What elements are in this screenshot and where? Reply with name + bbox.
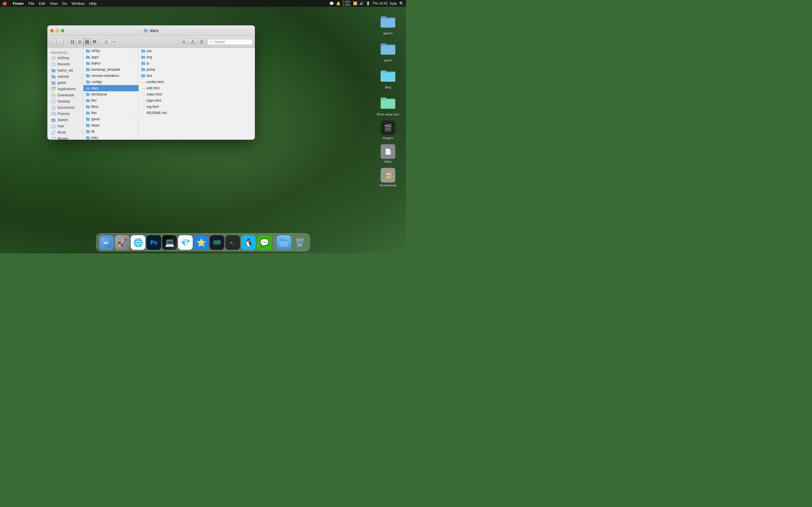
group-dropdown[interactable]: ▾ — [112, 39, 116, 45]
other-stack-icon: 📄 — [385, 148, 392, 155]
file-row-apps[interactable]: apps › — [84, 54, 139, 60]
file-row-ideas[interactable]: ideas › — [84, 122, 139, 128]
desktop-icon-rime[interactable]: Rime setup mac — [376, 93, 400, 117]
list-view-button[interactable] — [76, 39, 84, 45]
music-icon — [51, 130, 56, 135]
dock-item-photoshop[interactable]: Ps — [147, 235, 161, 250]
icon-view-button[interactable] — [69, 39, 76, 45]
file-row-film[interactable]: film › — [84, 98, 139, 104]
search-box[interactable] — [207, 39, 253, 45]
file-row-links[interactable]: links › — [84, 135, 139, 140]
dock-item-intellij[interactable]: 💻 — [162, 235, 177, 250]
file-row-baihui[interactable]: baihui › — [84, 60, 139, 66]
sidebar-item-game[interactable]: game — [49, 80, 82, 86]
file-row-login[interactable]: HTML login.html — [139, 98, 255, 104]
file-row-img[interactable]: img › — [139, 54, 255, 60]
file-row-chrome[interactable]: chrome-extentions › — [84, 73, 139, 79]
desktop-icon-screenshots[interactable]: 🖼️ Screenshots — [378, 167, 398, 188]
file-row-diary[interactable]: diary › — [84, 85, 139, 91]
file-row-cookie[interactable]: HTML cookie.html — [139, 79, 255, 85]
network-speed: 0 kB/s0 kB/s — [343, 0, 351, 6]
menubar-go[interactable]: Go — [62, 1, 67, 6]
dock-item-chrome[interactable]: 🌐 — [131, 235, 146, 250]
file-row-portal[interactable]: portal › — [139, 66, 255, 73]
apple-menu[interactable]: 🍎 — [2, 1, 7, 6]
file-row-test[interactable]: test › — [139, 73, 255, 79]
gallery-view-button[interactable] — [91, 39, 98, 45]
file-flex-arrow: › — [135, 112, 136, 114]
desktop-icon-blog[interactable]: Blog — [378, 65, 398, 90]
file-row-game[interactable]: game › — [84, 116, 139, 122]
launchpad-icon: 🚀 — [115, 235, 130, 250]
dock-item-sketch[interactable]: 💎 — [178, 235, 193, 250]
dock-item-wechat[interactable]: 💬 — [257, 235, 272, 250]
sidebar-item-desktop[interactable]: Desktop — [49, 98, 82, 105]
file-row-index[interactable]: HTML index.html — [139, 91, 255, 98]
dock-item-finder[interactable] — [99, 235, 114, 250]
dock-item-terminal[interactable]: >_ — [225, 235, 240, 250]
column-view-button[interactable] — [84, 39, 91, 45]
menubar-help[interactable]: Help — [89, 1, 97, 6]
sidebar-item-downloads[interactable]: Downloads — [49, 92, 82, 98]
minimize-button[interactable] — [56, 29, 59, 33]
file-row-readme[interactable]: MD README.md — [139, 110, 255, 116]
sidebar-item-music[interactable]: Music — [49, 129, 82, 135]
tag-button[interactable] — [198, 39, 206, 45]
search-input[interactable] — [214, 40, 250, 44]
file-row-lib[interactable]: lib › — [84, 128, 139, 135]
file-row-dontstarve[interactable]: dontstarve › — [84, 91, 139, 98]
share-button[interactable] — [189, 39, 197, 45]
file-ideas-arrow: › — [135, 124, 136, 127]
file-row-js[interactable]: js › — [139, 60, 255, 66]
menubar-app-name[interactable]: Finder — [13, 1, 24, 6]
desktop-icon-screenshots-label: Screenshots — [379, 184, 397, 187]
sidebar-item-applications[interactable]: Applications — [49, 86, 82, 92]
menubar-edit[interactable]: Edit — [39, 1, 45, 6]
menubar-file[interactable]: File — [29, 1, 35, 6]
sidebar-item-airdrop[interactable]: AirDrop — [49, 55, 82, 61]
dock-separator — [274, 236, 274, 249]
file-row-flex[interactable]: flex › — [84, 110, 139, 116]
back-button[interactable]: ‹ — [50, 39, 56, 45]
sidebar-item-baihui-old[interactable]: baihui_old — [49, 67, 82, 73]
dock-item-iterm[interactable]: ⌨ — [210, 235, 224, 250]
desktop-icon-game[interactable]: game — [378, 38, 398, 63]
settings-button[interactable] — [180, 39, 188, 45]
sidebar-item-website[interactable]: website — [49, 73, 82, 80]
maximize-button[interactable] — [61, 29, 64, 33]
dock-item-files[interactable] — [276, 235, 291, 250]
desktop-icon-game1[interactable]: game1 — [378, 11, 398, 36]
desktop-icon-images[interactable]: 🎬 Images — [379, 119, 396, 141]
desktop-icon-other[interactable]: 📄 Other — [379, 143, 396, 165]
forward-button[interactable]: › — [57, 39, 64, 45]
dock-item-qq[interactable]: 🐧 — [241, 235, 256, 250]
file-row-reg[interactable]: HTML reg.html — [139, 104, 255, 110]
dock-item-launchpad[interactable]: 🚀 — [115, 235, 130, 250]
file-row-films[interactable]: films › — [84, 104, 139, 110]
close-button[interactable] — [50, 29, 54, 33]
sidebar-item-movies[interactable]: Movies — [49, 135, 82, 140]
sidebar-item-recents[interactable]: Recents — [49, 61, 82, 67]
file-row-apns[interactable]: APNs › — [84, 48, 139, 54]
sidebar-item-pictures[interactable]: Pictures — [49, 111, 82, 117]
dock-item-anki[interactable]: ⭐ — [194, 235, 209, 250]
file-diary-arrow: › — [135, 87, 136, 90]
file-row-bootstrap[interactable]: bootstrap_template › — [84, 66, 139, 73]
sidebar-item-kyle[interactable]: Kyle — [49, 123, 82, 129]
sidebar-item-sketch[interactable]: Sketch — [49, 117, 82, 123]
desktop-icon-blog-label: Blog — [385, 86, 391, 89]
menubar-view[interactable]: View — [50, 1, 57, 6]
dock-item-trash[interactable]: 🗑️ — [292, 235, 307, 250]
desktop-icon-sidebar — [51, 99, 56, 104]
user-name[interactable]: Kyle — [390, 1, 397, 6]
group-button[interactable] — [101, 39, 112, 45]
file-row-css[interactable]: css › — [139, 48, 255, 54]
search-icon[interactable]: 🔍 — [399, 1, 404, 6]
sidebar-item-documents[interactable]: Documents — [49, 105, 82, 111]
file-row-edit[interactable]: HTML edit.html — [139, 85, 255, 91]
file-row-configs[interactable]: configs › — [84, 79, 139, 85]
svg-rect-1 — [73, 40, 74, 42]
website-folder-icon — [51, 74, 56, 79]
notification-icon: 🔔 — [336, 1, 341, 6]
menubar-window[interactable]: Window — [71, 1, 84, 6]
